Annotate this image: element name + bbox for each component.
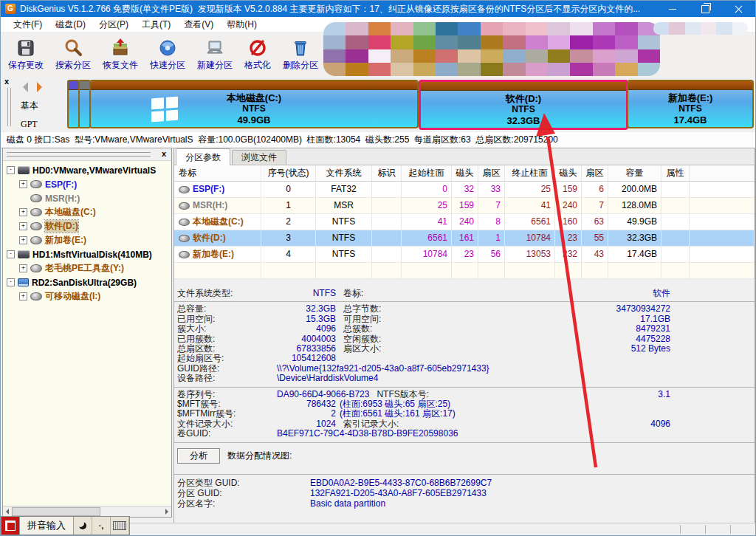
menu-help[interactable]: 帮助(H)	[220, 18, 264, 31]
save-changes-button[interactable]: 保存更改	[2, 34, 49, 75]
partition-row[interactable]: 新加卷(E:)4NTFS107842356130532324317.4GB	[174, 247, 755, 263]
tree-expander-icon[interactable]: +	[19, 222, 27, 230]
minimize-icon	[669, 9, 676, 10]
toolbar-label: 恢复文件	[103, 59, 138, 72]
partition-table-type-label: GPT	[21, 119, 38, 130]
scroll-right-arrow-icon[interactable]	[165, 509, 168, 515]
volume-name: ESP(F:)	[193, 182, 224, 197]
guid-value: EBD0A0A2-B9E5-4433-87C0-68B6B72699C7	[310, 478, 492, 488]
censor-mosaic-arm	[653, 22, 748, 35]
tree-item[interactable]: +老毛桃PE工具盘(Y:)	[3, 261, 171, 275]
tree-expander-icon[interactable]: -	[7, 166, 15, 174]
title-bar[interactable]: G DiskGenius V5.1.2.766 免费版(单文件PE版) 发现新版…	[1, 1, 755, 17]
divider	[174, 301, 755, 302]
search-partition-button[interactable]: 搜索分区	[49, 34, 97, 75]
vertical-splitter[interactable]	[7, 88, 11, 126]
partition-block-e[interactable]: 新加卷(E:) NTFS 17.4GB	[627, 80, 754, 128]
tree-close-icon[interactable]: x	[162, 148, 166, 159]
menu-partition[interactable]: 分区(P)	[92, 18, 135, 31]
table-column-header[interactable]: 文件系统	[316, 165, 372, 181]
analyze-button[interactable]: 分析	[177, 448, 220, 464]
end-sector-cell: 7	[582, 198, 608, 213]
partition-detail-panel: 分区参数 浏览文件 卷标序号(状态)文件系统标识起始柱面磁头扇区终止柱面磁头扇区…	[173, 148, 755, 523]
tree-horizontal-scrollbar[interactable]	[3, 506, 171, 517]
tree-item[interactable]: -RD2:SanDiskUltra(29GB)	[3, 275, 171, 289]
tree-expander-icon[interactable]: +	[19, 264, 27, 272]
start-sector-cell: 1	[478, 230, 505, 246]
spacer	[174, 279, 755, 285]
close-button[interactable]	[722, 1, 755, 17]
menu-view[interactable]: 查看(V)	[177, 18, 220, 31]
ime-keyboard-icon[interactable]	[111, 517, 129, 535]
table-column-header[interactable]: 终止柱面	[505, 165, 555, 181]
table-column-header[interactable]: 卷标	[174, 165, 261, 181]
tree-expander-icon[interactable]: +	[19, 292, 27, 300]
partition-icon	[30, 180, 42, 188]
empty-cell	[316, 263, 372, 278]
delete-partition-button[interactable]: 删除分区	[277, 34, 324, 75]
tree-item[interactable]: -HD0:VMware,VMwareVirtualS	[3, 163, 171, 177]
tree-item[interactable]: +ESP(F:)	[3, 177, 171, 191]
detail-value: 17.1GB	[450, 315, 752, 324]
detail-row: $MFT簇号:786432(柱面:6953 磁头:65 扇区:25)	[177, 399, 752, 409]
start-head-cell: 23	[452, 247, 478, 262]
ime-moon-icon[interactable]	[74, 517, 92, 535]
scroll-disks-right-icon[interactable]	[37, 82, 42, 92]
statusbar-resize-grip[interactable]	[730, 525, 753, 534]
recover-files-icon	[110, 38, 131, 58]
scroll-left-arrow-icon[interactable]	[6, 509, 9, 515]
scroll-disks-left-icon[interactable]	[23, 82, 28, 92]
partition-block-c[interactable]: 本地磁盘(C:) NTFS 49.9GB	[89, 80, 419, 128]
tree-expander-icon[interactable]: -	[7, 278, 15, 286]
table-column-header[interactable]: 扇区	[478, 165, 505, 181]
restore-button[interactable]	[689, 1, 722, 17]
table-column-header[interactable]: 序号(状态)	[261, 165, 316, 181]
menu-file[interactable]: 文件(F)	[7, 18, 49, 31]
table-column-header[interactable]: 磁头	[452, 165, 478, 181]
scrollbar-thumb[interactable]	[12, 507, 100, 516]
partition-row[interactable]: 本地磁盘(C:)2NTFS41240865611606349.9GB	[174, 214, 755, 230]
tab-browse-files[interactable]: 浏览文件	[232, 150, 286, 165]
menu-tools[interactable]: 工具(T)	[135, 18, 177, 31]
table-column-header[interactable]: 属性	[662, 165, 690, 181]
detail-value: 15.3GB	[277, 315, 336, 324]
partition-row[interactable]: ESP(F:)0FAT3203233251596200.0MB	[174, 182, 755, 198]
menu-disk[interactable]: 磁盘(D)	[49, 18, 92, 31]
tree-item[interactable]: +MSR(H:)	[3, 191, 171, 205]
table-column-header[interactable]: 磁头	[555, 165, 582, 181]
partition-row[interactable]: MSR(H:)1MSR251597412407128.0MB	[174, 198, 755, 214]
ime-mode-label[interactable]: 拼音输入	[19, 517, 74, 535]
panel-close-icon[interactable]: x	[4, 76, 9, 86]
horizontal-splitter[interactable]	[7, 152, 151, 157]
tree-expander-icon[interactable]: +	[19, 180, 27, 188]
format-button[interactable]: 格式化	[238, 34, 277, 75]
ime-logo-icon[interactable]	[1, 517, 19, 535]
restore-icon	[701, 5, 709, 13]
ime-punctuation-icon[interactable]: ·,	[92, 517, 111, 535]
tree-item[interactable]: +本地磁盘(C:)	[3, 205, 171, 219]
tree-expander-icon[interactable]: -	[7, 250, 15, 258]
tab-partition-params[interactable]: 分区参数	[176, 148, 230, 165]
detail-label: NTFS版本号:	[377, 390, 484, 399]
table-column-header[interactable]: 扇区	[582, 165, 608, 181]
quick-partition-button[interactable]: 快速分区	[144, 34, 191, 75]
tree-item[interactable]: -HD1:MsftVirtualDisk(410MB)	[3, 247, 171, 261]
tree-item[interactable]: +软件(D:)	[3, 219, 171, 233]
tree-item[interactable]: +可移动磁盘(I:)	[3, 289, 171, 303]
tree-expander-icon[interactable]: +	[19, 236, 27, 244]
detail-value: 3.1	[484, 390, 752, 399]
table-column-header[interactable]: 容量	[608, 165, 662, 181]
capacity-cell: 32.3GB	[608, 230, 662, 246]
partition-row[interactable]: 软件(D:)3NTFS6561161110784235532.3GB	[174, 230, 755, 247]
filler-cell	[690, 230, 755, 246]
minimize-button[interactable]	[656, 1, 689, 17]
new-partition-button[interactable]: 新建分区	[191, 34, 238, 75]
recover-files-button[interactable]: 恢复文件	[97, 34, 144, 75]
table-column-header[interactable]: 标识	[372, 165, 402, 181]
tree-item[interactable]: +新加卷(E:)	[3, 233, 171, 247]
partition-block-d-selected[interactable]: 软件(D:) NTFS 32.3GB	[419, 80, 628, 130]
tree-item-label: 本地磁盘(C:)	[45, 206, 96, 219]
table-column-header[interactable]: 起始柱面	[402, 165, 452, 181]
statusbar-segment	[705, 525, 728, 534]
tree-expander-icon[interactable]: +	[19, 208, 27, 216]
